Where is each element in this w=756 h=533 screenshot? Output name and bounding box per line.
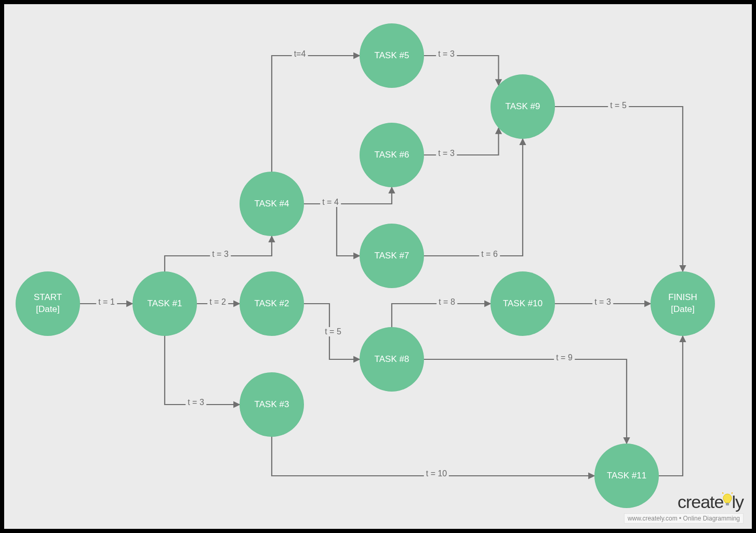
node-t7[interactable]: TASK #7 xyxy=(360,224,424,288)
edge-e_t6_t9 xyxy=(424,128,499,155)
node-t1[interactable]: TASK #1 xyxy=(132,271,197,336)
edge-label-e_t5_t9: t = 3 xyxy=(436,49,457,59)
creately-brand: creately www.creately.com • Online Diagr… xyxy=(624,492,744,524)
node-t2[interactable]: TASK #2 xyxy=(240,271,304,336)
node-finish[interactable]: FINISH [Date] xyxy=(651,271,715,336)
edge-label-e_t6_t9: t = 3 xyxy=(436,149,457,158)
edge-e_t5_t9 xyxy=(424,56,499,85)
edge-e_t9_fin xyxy=(555,107,683,271)
edge-e_t4_t7 xyxy=(304,204,360,256)
bulb-icon xyxy=(722,491,733,511)
edge-e_t1_t3 xyxy=(165,336,240,405)
edge-label-e_t8_t10: t = 8 xyxy=(436,297,457,307)
svg-line-2 xyxy=(722,492,723,493)
node-t3[interactable]: TASK #3 xyxy=(240,372,304,437)
edge-label-e_t1_t3: t = 3 xyxy=(185,398,206,407)
node-t10[interactable]: TASK #10 xyxy=(490,271,555,336)
creately-logo: creately xyxy=(624,492,744,512)
edge-label-e_t7_t9: t = 6 xyxy=(479,250,500,259)
edge-label-e_t8_t11: t = 9 xyxy=(554,353,575,362)
edge-label-e_t10_fin: t = 3 xyxy=(592,297,613,307)
edge-label-e_t1_t4: t = 3 xyxy=(210,250,231,259)
edge-e_t11_fin xyxy=(659,336,683,476)
node-t6[interactable]: TASK #6 xyxy=(360,123,424,187)
node-t8[interactable]: TASK #8 xyxy=(360,327,424,392)
logo-text-pre: create xyxy=(678,492,724,512)
edge-label-e_t4_t6: t = 4 xyxy=(320,198,341,207)
edge-e_t8_t11 xyxy=(424,359,627,444)
brand-tagline: www.creately.com • Online Diagramming xyxy=(624,513,744,524)
diagram-canvas: START [Date]TASK #1TASK #2TASK #3TASK #4… xyxy=(0,0,756,533)
svg-rect-0 xyxy=(726,503,729,505)
node-start[interactable]: START [Date] xyxy=(16,271,80,336)
edge-e_t4_t5 xyxy=(272,56,360,172)
edge-e_t8_t10 xyxy=(392,304,490,327)
node-t4[interactable]: TASK #4 xyxy=(240,172,304,236)
node-t9[interactable]: TASK #9 xyxy=(490,74,555,139)
edge-label-e_t4_t5: t=4 xyxy=(292,49,308,59)
edge-label-e_start_t1: t = 1 xyxy=(96,297,117,307)
edge-label-e_t9_fin: t = 5 xyxy=(608,101,629,110)
edge-label-e_t1_t2: t = 2 xyxy=(207,297,228,307)
edge-e_t4_t6 xyxy=(304,187,392,204)
node-t5[interactable]: TASK #5 xyxy=(360,23,424,88)
edge-label-e_t3_t11: t = 10 xyxy=(424,469,449,478)
svg-line-3 xyxy=(732,492,733,493)
logo-text-post: ly xyxy=(732,492,744,512)
edge-label-e_t2_t8: t = 5 xyxy=(323,327,343,336)
